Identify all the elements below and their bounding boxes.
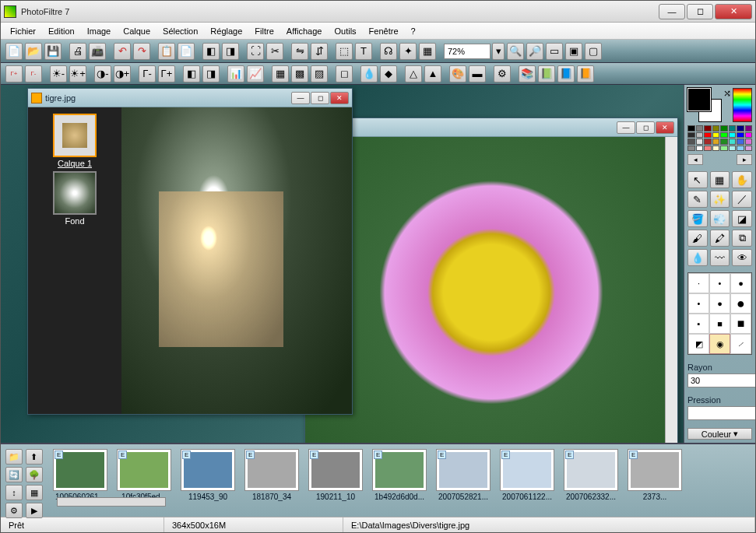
brush-5[interactable]: ● [709, 293, 730, 314]
palette-swatch[interactable] [737, 139, 744, 145]
palette-swatch[interactable] [720, 139, 728, 145]
layer-item[interactable]: Fond [51, 171, 99, 226]
brush-11[interactable]: ◉ [709, 334, 730, 354]
brush-7[interactable]: ▪ [688, 314, 709, 334]
paste-button[interactable]: 📄 [178, 43, 195, 60]
palette-prev[interactable]: ◂ [687, 154, 703, 165]
brush-4[interactable]: • [688, 293, 709, 314]
menu-image[interactable]: Image [81, 25, 118, 37]
close-button[interactable]: ✕ [715, 4, 752, 19]
flipH-button[interactable]: ⇋ [291, 43, 308, 60]
palette-swatch[interactable] [720, 146, 728, 152]
advbrush-tool[interactable]: 🖍 [710, 230, 730, 247]
doc-close[interactable]: ✕ [330, 92, 349, 104]
pression-input[interactable] [687, 406, 755, 420]
browser-tree[interactable]: 🌳 [26, 467, 43, 482]
menu-selection[interactable]: Sélection [156, 25, 204, 37]
color-palette[interactable] [687, 125, 752, 151]
photomask-button[interactable]: ◻ [336, 65, 353, 82]
doc-maximize[interactable]: ◻ [311, 92, 329, 104]
layer-overlay[interactable] [159, 191, 283, 347]
fg-color[interactable] [687, 88, 711, 111]
menu-edition[interactable]: Edition [42, 25, 81, 37]
palette-swatch[interactable] [704, 132, 712, 139]
thumbnail[interactable]: 190211_10 [306, 449, 365, 512]
palette-swatch[interactable] [696, 146, 704, 152]
palette-swatch[interactable] [696, 139, 704, 145]
zoomin-button[interactable]: 🔍 [507, 43, 524, 60]
color-fgbg[interactable] [687, 88, 722, 122]
palette-swatch[interactable] [696, 132, 704, 139]
module3-button[interactable]: 📗 [538, 65, 555, 82]
palette-swatch[interactable] [712, 139, 720, 145]
palette-swatch[interactable] [712, 146, 720, 152]
brightness-minus[interactable]: ☀- [50, 65, 67, 82]
palette-swatch[interactable] [745, 125, 753, 131]
brush-tool[interactable]: 🖌 [687, 230, 708, 247]
palette-swatch[interactable] [745, 146, 753, 152]
image-canvas-tiger[interactable] [121, 107, 352, 414]
palette-swatch[interactable] [687, 125, 695, 131]
image-canvas-flower[interactable] [305, 137, 677, 443]
copy-button[interactable]: 📋 [158, 43, 175, 60]
thumbnail[interactable]: 119453_90 [178, 449, 237, 512]
menu-outils[interactable]: Outils [328, 25, 362, 37]
palette-swatch[interactable] [737, 125, 744, 131]
palette-swatch[interactable] [687, 146, 695, 152]
palette-next[interactable]: ▸ [737, 154, 752, 165]
zoom-input[interactable] [444, 44, 491, 59]
palette-swatch[interactable] [687, 132, 695, 139]
eraser-tool[interactable]: ◪ [732, 210, 752, 227]
brush-10[interactable]: ◩ [688, 334, 709, 354]
thumbnail[interactable]: 2007052821... [434, 449, 493, 512]
rgb-button[interactable]: ◧ [202, 43, 220, 60]
levels-button[interactable]: 📈 [247, 65, 264, 82]
hand-tool[interactable]: ✋ [732, 171, 752, 188]
menu-fenetre[interactable]: Fenêtre [363, 25, 405, 37]
browser-play[interactable]: ▶ [26, 503, 43, 518]
effects-button[interactable]: ✦ [399, 43, 417, 60]
palette-swatch[interactable] [720, 125, 728, 131]
module1-button[interactable]: ⚙ [494, 65, 511, 82]
palette-swatch[interactable] [712, 125, 720, 131]
palette-swatch[interactable] [729, 125, 737, 131]
thumbnail[interactable]: 2373... [625, 449, 684, 512]
brush-8[interactable]: ■ [709, 314, 730, 334]
saturation-minus[interactable]: ◧ [183, 65, 200, 82]
redeye-tool[interactable]: 👁 [732, 249, 752, 266]
selection-tool[interactable]: ▦ [710, 171, 730, 188]
contrast-plus[interactable]: ◑+ [114, 65, 131, 82]
new-button[interactable]: 📄 [5, 43, 23, 60]
doc-maximize[interactable]: ◻ [636, 121, 655, 134]
brush-12[interactable]: ⟋ [730, 334, 751, 354]
brush-3[interactable]: ● [730, 273, 751, 293]
browser-opts[interactable]: ⚙ [5, 503, 23, 518]
module2-button[interactable]: 📚 [519, 65, 536, 82]
sharpen-button[interactable]: ◆ [380, 65, 397, 82]
save-button[interactable]: 💾 [44, 43, 62, 60]
palette-swatch[interactable] [712, 132, 720, 139]
gradient-button[interactable]: ▬ [469, 65, 486, 82]
pointer-tool[interactable]: ↖ [687, 171, 708, 188]
menu-help[interactable]: ? [405, 25, 422, 37]
document-window-back[interactable]: — ◻ ✕ ||| [304, 117, 678, 443]
palette-swatch[interactable] [729, 146, 737, 152]
swap-colors-icon[interactable]: ⤭ [723, 88, 731, 99]
doc-minimize[interactable]: — [291, 92, 310, 104]
gamma-minus[interactable]: Γ- [139, 65, 156, 82]
browser-view[interactable]: ▦ [26, 485, 43, 500]
browser-up[interactable]: ⬆ [26, 449, 43, 465]
dither-button[interactable]: ▨ [311, 65, 328, 82]
autolevel-button[interactable]: Γ+ [5, 65, 23, 82]
doc-close[interactable]: ✕ [656, 121, 674, 134]
fitwin-button[interactable]: ▭ [546, 43, 563, 60]
browser-refresh[interactable]: 🔄 [5, 467, 23, 482]
grayscale-button[interactable]: ▦ [272, 65, 289, 82]
palette-swatch[interactable] [720, 132, 728, 139]
crop-button[interactable]: ✂ [266, 43, 283, 60]
fitimg-button[interactable]: ▣ [565, 43, 582, 60]
palette-swatch[interactable] [745, 139, 753, 145]
palette-swatch[interactable] [745, 132, 753, 139]
browser-slider[interactable] [57, 497, 166, 507]
relief-button[interactable]: ▲ [424, 65, 441, 82]
